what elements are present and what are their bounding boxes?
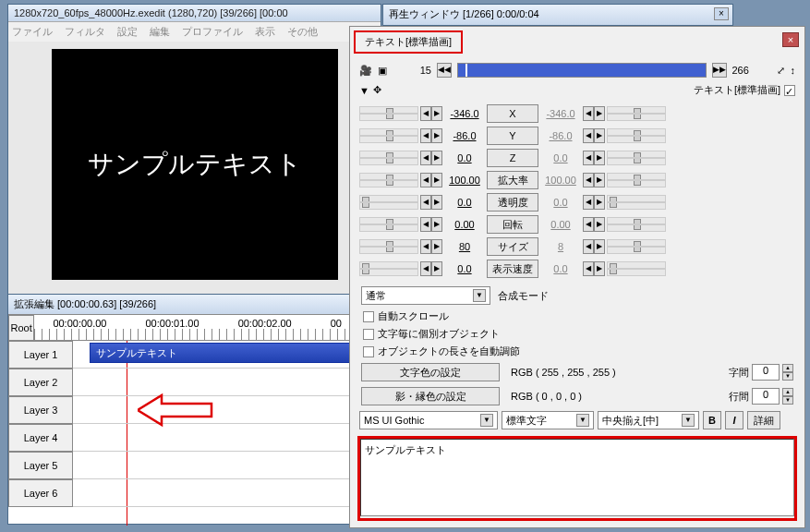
spin-right-up[interactable]: ▶ <box>594 106 605 121</box>
time-label: 00:00:01.00 <box>146 318 199 329</box>
main-title-bar[interactable]: 1280x720_60fps_48000Hz.exedit (1280,720)… <box>8 5 381 22</box>
layer-track-5[interactable] <box>73 452 381 479</box>
menu-filter[interactable]: フィルタ <box>65 26 105 37</box>
text-input-highlight <box>357 436 797 521</box>
menu-edit[interactable]: 編集 <box>150 26 170 37</box>
property-window: テキスト[標準描画] × 🎥 ▣ 15 ◀◀ ▶▶ 266 ⤢ ↕ ▼ ✥ テキ… <box>349 26 805 528</box>
italic-button[interactable]: I <box>725 411 744 429</box>
detail-button[interactable]: 詳細 <box>747 411 780 429</box>
slider-right[interactable] <box>607 128 666 143</box>
shadow-color-button[interactable]: 影・縁色の設定 <box>361 387 500 405</box>
char-spacing-input[interactable]: 0 <box>752 364 780 381</box>
param-row-size: ◀▶ 80 サイズ 8 ◀▶ <box>359 236 795 258</box>
param-label-button[interactable]: Y <box>487 127 538 145</box>
timeline-ruler[interactable]: 00:00:00.00 00:00:01.00 00:00:02.00 00 <box>34 315 381 341</box>
timeline-title[interactable]: 拡張編集 [00:00:00.63] [39/266] <box>8 295 381 315</box>
object-type-label: テキスト[標準描画] <box>694 83 780 97</box>
playback-title: 再生ウィンドウ [1/266] 0:00/0:04 <box>389 8 539 19</box>
param-label-button[interactable]: X <box>487 104 538 123</box>
seek-next-button[interactable]: ▶▶ <box>712 63 727 78</box>
layer-track-6[interactable] <box>73 479 381 507</box>
layer-label-3[interactable]: Layer 3 <box>8 396 73 424</box>
playback-window: 再生ウィンドウ [1/266] 0:00/0:04 × <box>382 4 733 26</box>
val-left[interactable]: -346.0 <box>444 108 485 119</box>
param-row-speed: ◀▶ 0.0 表示速度 0.0 ◀▶ <box>359 258 795 280</box>
property-tab[interactable]: テキスト[標準描画] <box>354 30 463 54</box>
param-row-rotation: ◀▶ 0.00 回転 0.00 ◀▶ <box>359 213 795 236</box>
spin-left-up[interactable]: ▶ <box>431 106 442 121</box>
val-left[interactable]: -86.0 <box>444 130 485 141</box>
expand-icon[interactable]: ⤢ <box>777 65 785 77</box>
blend-mode-label: 合成モード <box>498 289 549 303</box>
line-spacing-label: 行間 <box>729 390 749 404</box>
seek-prev-button[interactable]: ◀◀ <box>437 63 452 78</box>
options-icon[interactable]: ↕ <box>791 65 796 76</box>
bold-button[interactable]: B <box>703 411 721 429</box>
param-row-y: ◀▶ -86.0 Y -86.0 ◀▶ <box>359 125 795 147</box>
line-spacing-input[interactable]: 0 <box>752 388 780 405</box>
preview-text: サンプルテキスト <box>88 147 302 182</box>
layer-label-1[interactable]: Layer 1 <box>8 341 73 369</box>
main-window: 1280x720_60fps_48000Hz.exedit (1280,720)… <box>7 4 381 299</box>
menu-settings[interactable]: 設定 <box>117 26 138 37</box>
layer-label-5[interactable]: Layer 5 <box>8 452 73 479</box>
property-close-button[interactable]: × <box>782 32 799 47</box>
menu-view[interactable]: 表示 <box>255 26 275 37</box>
layer-label-4[interactable]: Layer 4 <box>8 424 73 452</box>
enable-checkbox[interactable]: ✓ <box>784 85 795 96</box>
toggle-icon[interactable]: ▣ <box>378 65 387 77</box>
slider-left[interactable] <box>359 106 418 121</box>
frame-start: 15 <box>393 65 431 76</box>
slider-right[interactable] <box>607 106 666 121</box>
collapse-icon[interactable]: ▼ <box>359 85 369 96</box>
align-combo[interactable]: 中央揃え[中]▼ <box>598 411 699 429</box>
check-auto-length[interactable] <box>363 346 374 357</box>
time-label: 00 <box>331 318 342 329</box>
char-spacing-label: 字間 <box>729 366 749 380</box>
playback-close-button[interactable]: × <box>714 7 729 20</box>
timeline-text-object[interactable]: サンプルテキスト <box>90 343 357 363</box>
frame-end: 266 <box>732 65 771 76</box>
time-label: 00:00:00.00 <box>53 318 106 329</box>
preview-area: サンプルテキスト <box>52 49 338 280</box>
layer-track-1[interactable]: サンプルテキスト <box>73 341 381 369</box>
camera-icon[interactable]: 🎥 <box>359 65 372 77</box>
text-color-rgb: RGB ( 255 , 255 , 255 ) <box>511 367 616 378</box>
val-right[interactable]: -86.0 <box>540 130 581 141</box>
shadow-color-rgb: RGB ( 0 , 0 , 0 ) <box>511 391 582 402</box>
menu-bar: ファイル フィルタ 設定 編集 プロファイル 表示 その他 <box>8 22 381 42</box>
root-button[interactable]: Root <box>8 315 34 341</box>
menu-profile[interactable]: プロファイル <box>182 26 243 37</box>
menu-file[interactable]: ファイル <box>12 26 53 37</box>
seek-track[interactable] <box>457 63 707 78</box>
blend-mode-combo[interactable]: 通常▼ <box>361 286 490 305</box>
param-row-z: ◀▶ 0.0 Z 0.0 ◀▶ <box>359 147 795 169</box>
check-autoscroll[interactable] <box>363 311 374 322</box>
time-label: 00:00:02.00 <box>238 318 292 329</box>
timeline-window: 拡張編集 [00:00:00.63] [39/266] Root 00:00:0… <box>7 294 381 525</box>
menu-other[interactable]: その他 <box>287 26 318 37</box>
font-combo[interactable]: MS UI Gothic▼ <box>359 411 498 429</box>
param-row-scale: ◀▶ 100.00 拡大率 100.00 ◀▶ <box>359 169 795 191</box>
spin-left-down[interactable]: ◀ <box>420 106 431 121</box>
parameter-list: ◀▶ -346.0 X -346.0 ◀▶ ◀▶ -86.0 Y -86.0 ◀… <box>350 99 804 284</box>
spin-right-down[interactable]: ◀ <box>583 106 594 121</box>
layer-label-2[interactable]: Layer 2 <box>8 369 73 396</box>
layer-label-6[interactable]: Layer 6 <box>8 479 73 507</box>
slider-left[interactable] <box>359 128 418 143</box>
layer-track-2[interactable] <box>73 369 381 396</box>
param-row-opacity: ◀▶ 0.0 透明度 0.0 ◀▶ <box>359 191 795 213</box>
move-icon[interactable]: ✥ <box>373 84 381 96</box>
layer-track-3[interactable] <box>73 396 381 424</box>
check-per-char[interactable] <box>363 329 374 340</box>
layer-track-4[interactable] <box>73 424 381 452</box>
val-right[interactable]: -346.0 <box>540 108 581 119</box>
font-style-combo[interactable]: 標準文字▼ <box>502 411 594 429</box>
param-row-x: ◀▶ -346.0 X -346.0 ◀▶ <box>359 103 795 125</box>
text-input[interactable] <box>360 439 794 516</box>
text-color-button[interactable]: 文字色の設定 <box>361 363 500 381</box>
